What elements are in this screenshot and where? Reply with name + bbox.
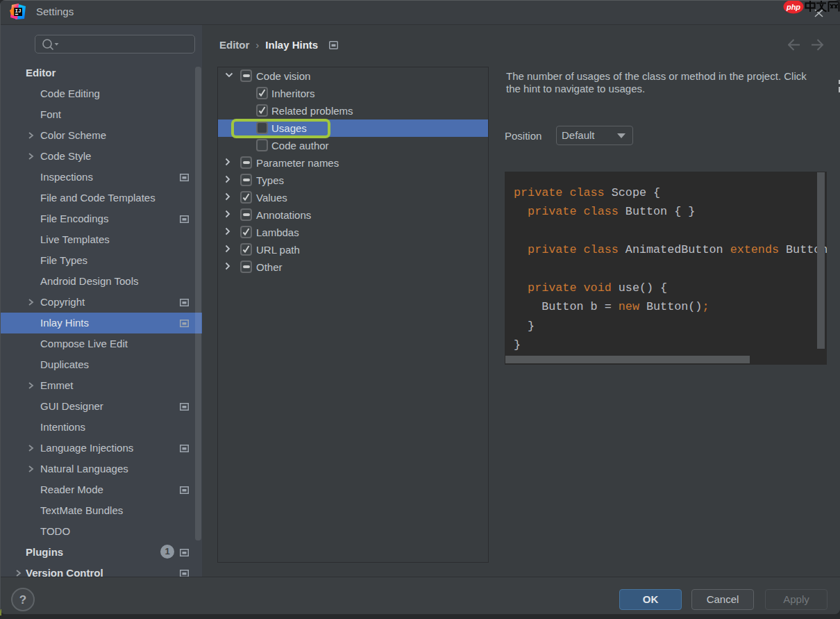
svg-text:php: php: [786, 3, 800, 11]
svg-text:IJ: IJ: [15, 8, 22, 14]
